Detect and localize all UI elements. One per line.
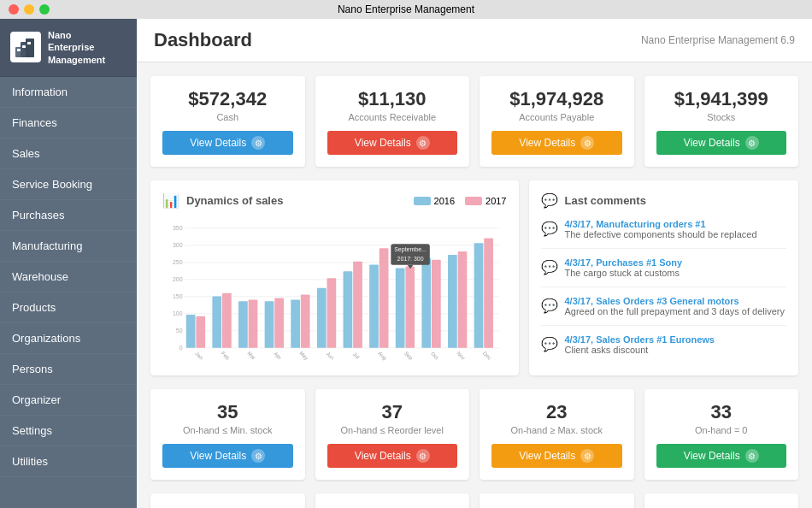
svg-text:Feb: Feb — [221, 350, 232, 361]
view-details-zero-stock[interactable]: View Details ⚙ — [656, 444, 787, 468]
maximize-button[interactable] — [39, 4, 50, 15]
svg-text:Mar: Mar — [246, 350, 256, 360]
title-bar: Nano Enterprise Management — [0, 0, 812, 19]
page-title: Dashboard — [154, 29, 252, 51]
stat-value-min-stock: 35 — [162, 401, 293, 423]
svg-text:350: 350 — [173, 225, 183, 231]
svg-text:200: 200 — [173, 276, 183, 282]
view-details-max-stock[interactable]: View Details ⚙ — [491, 444, 622, 468]
stat-value-cash: $572,342 — [162, 88, 293, 110]
view-details-stocks[interactable]: View Details ⚙ — [656, 131, 787, 155]
sidebar-item-settings[interactable]: Settings — [0, 416, 137, 446]
comment-item: 💬 4/3/17, Sales Orders #3 General motors… — [541, 296, 787, 326]
sidebar-item-information[interactable]: Information — [0, 77, 137, 108]
comments-card: 💬 Last comments 💬 4/3/17, Manufacturing … — [529, 180, 799, 375]
svg-rect-55 — [474, 243, 484, 348]
view-details-payable[interactable]: View Details ⚙ — [491, 131, 622, 155]
comments-header: 💬 Last comments — [541, 192, 787, 209]
svg-text:50: 50 — [176, 328, 183, 334]
sidebar-item-sales[interactable]: Sales — [0, 139, 137, 169]
svg-text:150: 150 — [173, 293, 183, 299]
svg-rect-3 — [17, 49, 21, 51]
svg-text:Apr: Apr — [273, 351, 283, 361]
chart-title: Dynamics of sales — [186, 194, 283, 207]
svg-rect-32 — [274, 298, 284, 347]
comment-meta: 4/3/17, Purchases #1 Sony — [565, 257, 683, 268]
sidebar-item-purchases[interactable]: Purchases — [0, 200, 137, 231]
view-details-receivable[interactable]: View Details ⚙ — [327, 131, 458, 155]
stat-card-cash: $572,342 Cash View Details ⚙ — [150, 76, 305, 167]
view-details-zero-stock-label: View Details — [684, 450, 740, 462]
sidebar-item-organizer[interactable]: Organizer — [0, 385, 137, 416]
top-stats-row: $572,342 Cash View Details ⚙ $11,130 Acc… — [150, 76, 798, 167]
comment-content: 4/3/17, Manufacturing orders #1 The defe… — [565, 219, 757, 239]
sidebar-item-persons[interactable]: Persons — [0, 354, 137, 385]
svg-rect-31 — [265, 301, 274, 347]
comment-content: 4/3/17, Sales Orders #1 Euronews Client … — [565, 334, 715, 355]
close-button[interactable] — [9, 4, 19, 15]
view-details-min-stock-label: View Details — [190, 450, 246, 462]
svg-rect-38 — [327, 278, 337, 348]
sidebar-item-products[interactable]: Products — [0, 292, 137, 323]
view-details-reorder[interactable]: View Details ⚙ — [327, 444, 458, 468]
svg-text:May: May — [298, 350, 310, 362]
stat-value-stocks: $1,941,399 — [656, 88, 787, 110]
view-details-min-stock[interactable]: View Details ⚙ — [162, 444, 293, 468]
comment-bubble-icon: 💬 — [541, 221, 558, 239]
view-details-cash[interactable]: View Details ⚙ — [162, 131, 293, 155]
view-details-max-stock-label: View Details — [519, 450, 575, 462]
sidebar-logo: NanoEnterpriseManagement — [0, 19, 137, 77]
comment-meta: 4/3/17, Sales Orders #3 General motors — [565, 296, 785, 306]
svg-text:Jul: Jul — [352, 351, 361, 359]
comment-meta: 4/3/17, Manufacturing orders #1 — [565, 219, 757, 229]
svg-rect-46 — [396, 268, 405, 347]
sidebar-item-warehouse[interactable]: Warehouse — [0, 262, 137, 292]
view-details-min-stock-icon: ⚙ — [251, 449, 265, 463]
comments-title: Last comments — [565, 194, 646, 207]
svg-text:Jan: Jan — [194, 351, 204, 361]
sidebar-nav: Information Finances Sales Service Booki… — [0, 77, 137, 508]
stat-card-max-stock: 23 On-hand ≥ Max. stock View Details ⚙ — [480, 389, 634, 480]
title-bar-title: Nano Enterprise Management — [338, 3, 474, 15]
version-label: Nano Enterprise Management 6.9 — [641, 34, 795, 46]
comment-text: The defective components should be repla… — [565, 229, 757, 239]
logo-text: NanoEnterpriseManagement — [48, 29, 105, 66]
comment-meta: 4/3/17, Sales Orders #1 Euronews — [565, 334, 715, 345]
view-details-payable-icon: ⚙ — [580, 136, 594, 150]
svg-text:Jun: Jun — [325, 351, 335, 361]
svg-text:Oct: Oct — [430, 351, 440, 361]
svg-text:2017: 300: 2017: 300 — [397, 256, 423, 262]
svg-text:0: 0 — [179, 345, 183, 351]
comment-text: Agreed on the full prepayment and 3 days… — [565, 306, 785, 316]
svg-text:Aug: Aug — [377, 350, 388, 361]
sidebar-item-utilities[interactable]: Utilities — [0, 446, 137, 477]
bar-chart-svg: 050100150200250300350JanFebMarAprMayJunJ… — [162, 217, 507, 363]
sidebar-item-service-booking[interactable]: Service Booking — [0, 169, 137, 200]
view-details-reorder-label: View Details — [355, 450, 411, 462]
view-details-stocks-icon: ⚙ — [745, 136, 759, 150]
view-details-cash-icon: ⚙ — [251, 136, 265, 150]
svg-rect-37 — [317, 288, 327, 348]
svg-rect-2 — [26, 38, 34, 57]
sidebar-item-finances[interactable]: Finances — [0, 108, 137, 139]
comment-text: The cargo stuck at customs — [565, 268, 683, 278]
comment-bubble-icon: 💬 — [541, 336, 558, 355]
svg-text:Nov: Nov — [456, 350, 467, 361]
legend-label-2016: 2016 — [434, 196, 455, 206]
comment-bubble-icon: 💬 — [541, 298, 558, 316]
sidebar-item-manufacturing[interactable]: Manufacturing — [0, 231, 137, 262]
icon-card-cart[interactable]: 🛒 — [315, 493, 470, 508]
sidebar-item-organizations[interactable]: Organizations — [0, 323, 137, 354]
minimize-button[interactable] — [24, 4, 34, 15]
stat-label-zero-stock: On-hand = 0 — [656, 425, 787, 435]
icon-card-delivery[interactable]: 🚚 — [150, 493, 305, 508]
chart-header: 📊 Dynamics of sales 2016 2017 — [162, 192, 507, 209]
stat-value-reorder: 37 — [327, 401, 458, 423]
legend-color-2017 — [465, 197, 482, 205]
icon-card-factory[interactable]: 🏭 — [480, 493, 634, 508]
svg-rect-53 — [458, 251, 468, 348]
stat-card-receivable: $11,130 Accounts Receivable View Details… — [315, 76, 470, 167]
svg-text:300: 300 — [173, 242, 183, 248]
comment-content: 4/3/17, Sales Orders #3 General motors A… — [565, 296, 785, 316]
icon-card-list[interactable]: 📋 — [644, 493, 799, 508]
